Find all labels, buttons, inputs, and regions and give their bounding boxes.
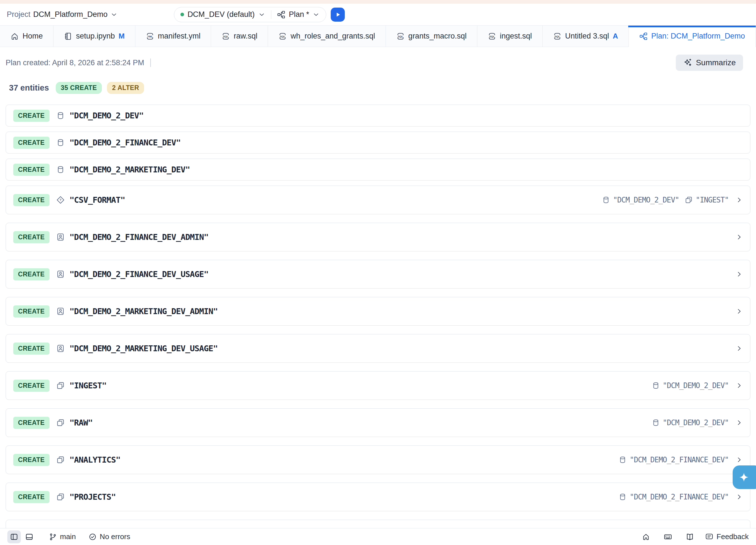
sql-icon: SQL (222, 32, 230, 41)
chevron-right-icon[interactable] (735, 271, 743, 278)
tab-label: Home (23, 32, 43, 41)
schema-icon (56, 456, 65, 464)
action-badge: CREATE (13, 110, 50, 122)
summarize-label: Summarize (696, 58, 736, 67)
role-icon (56, 344, 65, 353)
tab-home[interactable]: Home (0, 26, 53, 47)
ai-assistant-button[interactable] (733, 465, 756, 489)
tab-status-badge: M (118, 32, 125, 41)
keyboard-icon (664, 533, 672, 541)
chevron-right-icon[interactable] (735, 456, 743, 463)
action-badge: CREATE (13, 417, 50, 429)
row-context: "DCM_DEMO_2_FINANCE_DEV" (619, 493, 743, 501)
errors-indicator[interactable]: No errors (89, 532, 130, 541)
keyboard-shortcuts-button[interactable] (661, 530, 675, 543)
entity-row[interactable]: CREATE"DCM_DEMO_2_FINANCE_DEV_USAGE" (6, 260, 750, 288)
svg-text:SQL: SQL (223, 35, 229, 38)
entity-row[interactable]: CREATE"PROJECTS""DCM_DEMO_2_FINANCE_DEV" (6, 483, 750, 511)
context-schema: "INGEST" (685, 196, 729, 204)
tab-label: ingest.sql (500, 32, 532, 41)
tab-manifest-yml[interactable]: YMLmanifest.yml (135, 26, 211, 47)
feedback-label: Feedback (717, 532, 749, 541)
action-badge: CREATE (13, 268, 50, 280)
entity-name: "DCM_DEMO_2_MARKETING_DEV" (70, 165, 190, 174)
tab-plan-dcm-platform-demo[interactable]: Plan: DCM_Platform_Demo (629, 26, 756, 47)
row-context (734, 308, 743, 315)
tab-raw-sql[interactable]: SQLraw.sql (211, 26, 268, 47)
role-icon (56, 307, 65, 315)
home-shortcut-button[interactable] (639, 530, 653, 543)
action-badge: CREATE (13, 454, 50, 466)
entity-name: "DCM_DEMO_2_FINANCE_DEV_ADMIN" (70, 232, 209, 242)
pill-divider (271, 10, 272, 19)
sql-icon: SQL (396, 32, 405, 41)
entity-row[interactable]: CREATE"ANALYTICS""DCM_DEMO_2_FINANCE_DEV… (6, 445, 750, 474)
project-selector[interactable]: Project DCM_Platform_Demo (7, 10, 118, 19)
chevron-right-icon[interactable] (735, 196, 743, 204)
chevron-down-icon[interactable] (258, 11, 265, 18)
entity-name: "DCM_DEMO_2_DEV" (70, 111, 144, 120)
database-icon (652, 382, 660, 389)
workspace-selector[interactable]: DCM_DEV (default) (187, 10, 255, 19)
entity-row[interactable]: CREATE"DCM_DEMO_2_FINANCE_DEV_ADMIN" (6, 223, 750, 252)
project-label: Project (7, 10, 30, 19)
row-context: "DCM_DEMO_2_DEV" (652, 381, 743, 390)
action-badge: CREATE (13, 137, 50, 149)
row-context: "DCM_DEMO_2_FINANCE_DEV" (619, 456, 743, 464)
entity-name: "CSV_FORMAT" (70, 195, 125, 205)
svg-text:SQL: SQL (398, 35, 403, 38)
entity-row[interactable]: CREATE"DCM_DEMO_2_DEV" (6, 105, 750, 127)
tab-ingest-sql[interactable]: SQLingest.sql (477, 26, 543, 47)
chevron-down-icon[interactable] (312, 11, 320, 18)
yml-icon: YML (146, 32, 154, 41)
documentation-button[interactable] (683, 530, 697, 543)
row-context (734, 271, 743, 278)
row-context (734, 345, 743, 352)
chevron-right-icon[interactable] (735, 419, 743, 426)
entity-name: "DCM_DEMO_2_MARKETING_DEV_ADMIN" (70, 306, 218, 316)
feedback-button[interactable]: Feedback (705, 532, 749, 541)
entity-name: "INGEST" (70, 381, 107, 390)
workspace-window: Project DCM_Platform_Demo DCM_DEV (defau… (0, 0, 756, 545)
context-name: "DCM_DEMO_2_FINANCE_DEV" (630, 456, 729, 464)
entity-summary: 37 entities 35 CREATE2 ALTER (6, 82, 750, 94)
header-divider (150, 59, 151, 67)
entity-row[interactable]: CREATE"DCM_DEMO_2_FINANCE_DEV" (6, 132, 750, 154)
tab-untitled-3-sql[interactable]: SQLUntitled 3.sqlA (543, 26, 629, 47)
action-badge: CREATE (13, 491, 50, 503)
entity-row[interactable]: CREATE"RAW""DCM_DEMO_2_DEV" (6, 408, 750, 437)
action-badge: CREATE (13, 164, 50, 176)
summarize-button[interactable]: Summarize (676, 55, 743, 71)
panel-bottom-toggle[interactable] (23, 530, 36, 543)
chevron-right-icon[interactable] (735, 493, 743, 501)
tab-grants-macro-sql[interactable]: SQLgrants_macro.sql (386, 26, 477, 47)
context-name: "DCM_DEMO_2_DEV" (663, 418, 729, 427)
git-branch-indicator[interactable]: main (49, 532, 76, 541)
tab-label: wh_roles_and_grants.sql (290, 32, 375, 41)
action-badge: CREATE (13, 305, 50, 317)
chevron-right-icon[interactable] (735, 382, 743, 389)
panel-left-toggle[interactable] (7, 530, 21, 543)
context-database: "DCM_DEMO_2_DEV" (652, 381, 729, 390)
entity-row[interactable]: CREATE"DCM_DEMO_2_MARKETING_DEV_ADMIN" (6, 297, 750, 326)
play-icon (334, 10, 342, 19)
entity-row[interactable]: CREATE"INGEST""DCM_DEMO_2_DEV" (6, 371, 750, 400)
entity-row[interactable]: CREATE"DCM_DEMO_2_MARKETING_DEV" (6, 159, 750, 181)
chevron-right-icon[interactable] (735, 234, 743, 241)
database-icon (619, 493, 627, 501)
role-icon (56, 270, 65, 278)
tab-wh-roles-and-grants-sql[interactable]: SQLwh_roles_and_grants.sql (268, 26, 386, 47)
entity-row[interactable]: CREATE?"CSV_FORMAT""DCM_DEMO_2_DEV""INGE… (6, 186, 750, 214)
run-button[interactable] (331, 8, 345, 22)
entity-row[interactable]: CREATE"DCM_DEMO_2_MARKETING_DEV_USAGE" (6, 334, 750, 363)
plan-selector[interactable]: Plan * (289, 10, 309, 19)
sql-icon: SQL (553, 32, 562, 41)
tab-setup-ipynb[interactable]: setup.ipynbM (53, 26, 135, 47)
database-icon (619, 456, 627, 464)
sparkles-icon (683, 58, 692, 67)
sql-icon: SQL (278, 32, 287, 41)
chevron-right-icon[interactable] (735, 308, 743, 315)
entity-name: "DCM_DEMO_2_FINANCE_DEV_USAGE" (70, 270, 209, 279)
feedback-icon (705, 533, 713, 541)
chevron-right-icon[interactable] (735, 345, 743, 352)
